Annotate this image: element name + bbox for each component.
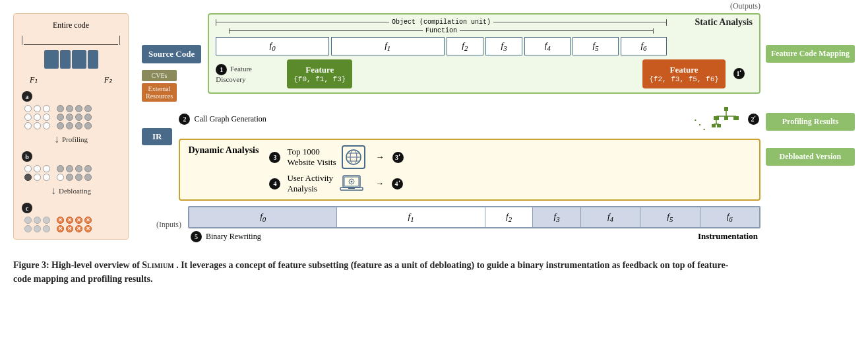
ir-column: IR: [142, 106, 172, 145]
circle-gray: [57, 105, 64, 112]
circle-orange-x: ✕: [84, 225, 92, 232]
profiling-arrow-icon: ↓: [54, 133, 59, 145]
debloating-arrow-row: ↓ Debloating: [51, 185, 91, 197]
circle-light: [24, 217, 32, 224]
debloating-arrow-icon: ↓: [51, 185, 56, 197]
code-bars: [44, 50, 98, 69]
circle-orange-x: ✕: [84, 217, 92, 224]
f-labels: F₁ F₂: [22, 75, 120, 85]
step2-prime-badge: 2ʹ: [748, 114, 759, 125]
tree-icon: ⋱: [693, 106, 743, 132]
figure-num: Figure 3:: [13, 260, 49, 270]
inputs-label: (Inputs): [142, 220, 181, 230]
feature-orange-content: {f2, f3, f5, f6}: [649, 75, 719, 83]
right-panel: Source Code CVEs ExternalResources (Outp…: [142, 13, 855, 244]
circle: [24, 165, 32, 172]
instrumentation-label: Instrumentation: [698, 231, 758, 242]
step3-badge: 3: [269, 152, 280, 163]
circle-orange-x: ✕: [57, 225, 64, 232]
svg-rect-11: [717, 124, 721, 127]
circle: [24, 122, 32, 129]
circle: [34, 122, 41, 129]
binary-cell-f2: f2: [485, 207, 533, 227]
feature-green-title: Feature: [294, 65, 346, 75]
feature-row: 1 FeatureDiscovery Feature {f0, f1, f3} …: [216, 59, 753, 88]
step3-prime-badge: 3ʹ: [392, 152, 404, 163]
circle-col-right-b: [57, 165, 92, 181]
debloated-version-box: Debloated Version: [766, 148, 855, 166]
circle-light: [34, 225, 41, 232]
circle: [34, 114, 41, 121]
dynamic-content: 3 Top 1000Website Visits: [269, 145, 404, 194]
func-cell-f6: f6: [621, 37, 667, 55]
binary-cell-f0: f0: [189, 207, 337, 227]
circle-gray: [75, 174, 82, 181]
main-diagram-area: Source Code CVEs ExternalResources (Outp…: [142, 13, 760, 244]
step1-label: 1 FeatureDiscovery: [216, 64, 282, 83]
circle: [24, 105, 32, 112]
func-cell-f0: f0: [216, 37, 329, 55]
main-container: Entire code F₁ F₂: [13, 13, 855, 286]
globe-svg: [345, 149, 362, 166]
source-code-box: Source Code: [142, 45, 201, 63]
globe-icon: [342, 145, 365, 169]
tree-svg: [710, 106, 743, 129]
binary-cell-f4: f4: [581, 207, 640, 227]
code-bar-3: [72, 50, 86, 69]
step4-prime-badge-spacer: →: [375, 178, 384, 189]
svg-rect-4: [714, 116, 719, 120]
left-panel: Entire code F₁ F₂: [13, 13, 129, 240]
step1-badge: 1: [216, 64, 227, 75]
profiling-label: Profiling: [62, 135, 88, 143]
step3-prime-badge-spacer: →: [376, 152, 385, 162]
svg-rect-22: [348, 188, 355, 189]
section-c: c: [22, 201, 120, 232]
circle-col-left-a: [24, 105, 50, 129]
circle: [34, 165, 41, 172]
circle: [34, 174, 41, 181]
spacer-top: [766, 13, 855, 40]
circle-gray: [75, 114, 82, 121]
circle: [43, 174, 50, 181]
svg-rect-6: [733, 116, 739, 120]
circle-orange-x: ✕: [66, 217, 73, 224]
function-bracket: Function: [216, 27, 753, 34]
binary-cell-f3: f3: [533, 207, 580, 227]
svg-rect-10: [712, 124, 716, 127]
object-bracket: Object (compilation unit): [216, 18, 753, 26]
func-cell-f5: f5: [573, 37, 619, 55]
circle-gray: [66, 105, 73, 112]
diagram-row: Entire code F₁ F₂: [13, 13, 855, 244]
function-cells: f0 f1 f2 f3 f4 f5 f6: [216, 37, 753, 55]
circle-orange-x: ✕: [57, 217, 64, 224]
feature-green-box: Feature {f0, f1, f3}: [287, 59, 352, 88]
binary-section: f0 f1 f2 f3 f4 f5 f6 5 Binary Rewriting: [188, 206, 760, 244]
function-label: Function: [423, 27, 460, 34]
right-side-labels: Feature Code Mapping Profiling Results D…: [766, 13, 855, 166]
code-bar-1: [44, 50, 59, 69]
profiling-arrow-row: ↓ Profiling: [54, 133, 88, 145]
laptop-svg: [339, 174, 364, 193]
static-analysis-container: Static Analysis Object (compilation unit…: [208, 13, 760, 94]
figure-caption: Figure 3: High-level overview of Slimium…: [13, 258, 739, 286]
circle-gray: [66, 165, 73, 172]
circle-gray: [75, 122, 82, 129]
circle-dark: [24, 174, 32, 181]
circle: [57, 174, 64, 181]
website-row: 3 Top 1000Website Visits: [269, 145, 404, 169]
circle: [43, 105, 50, 112]
func-cell-f3: f3: [485, 37, 522, 55]
circle-gray: [84, 114, 92, 121]
circle-gray: [84, 105, 92, 112]
circle-light: [34, 217, 41, 224]
func-cell-f1: f1: [331, 37, 445, 55]
step1-prime-row: 1ʹ: [733, 68, 746, 79]
code-bar-2: [60, 50, 71, 69]
feature-orange-box: Feature {f2, f3, f5, f6}: [642, 59, 726, 88]
svg-rect-5: [724, 116, 728, 120]
f1-label: F₁: [30, 75, 38, 85]
func-cell-f4: f4: [524, 37, 571, 55]
step5-badge: 5: [191, 231, 202, 242]
code-bar-4: [88, 50, 98, 69]
caption-text-1: High-level overview of: [51, 260, 142, 270]
